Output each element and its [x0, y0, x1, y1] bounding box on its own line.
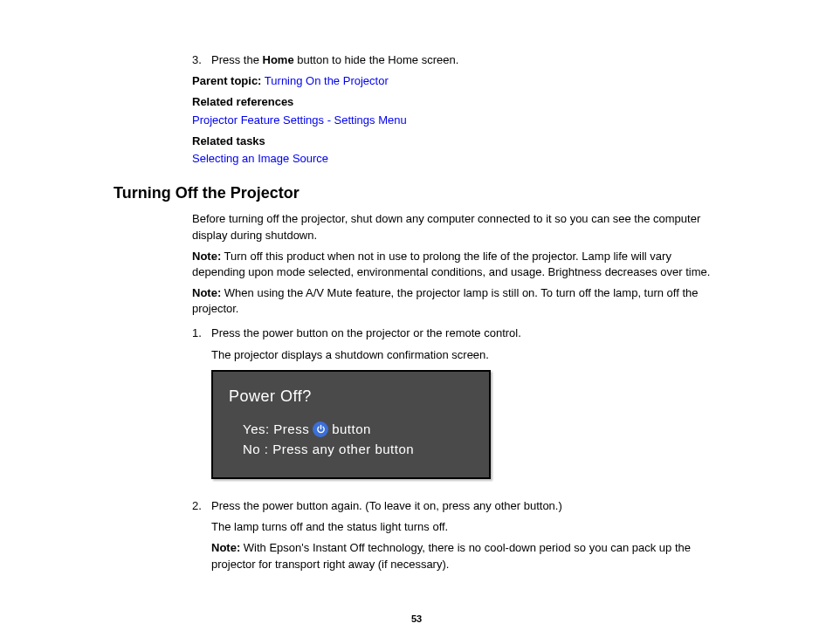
related-tasks-label: Related tasks — [192, 134, 265, 147]
step-3-bold: Home — [263, 53, 294, 66]
step-1: 1. Press the power button on the project… — [192, 325, 719, 495]
step-2-text: Press the power button again. (To leave … — [211, 498, 719, 514]
parent-topic-label: Parent topic: — [192, 74, 261, 87]
note-1-label: Note: — [192, 250, 221, 263]
note-3: Note: With Epson's Instant Off technolog… — [211, 540, 719, 572]
power-icon — [313, 421, 328, 437]
related-tasks-link[interactable]: Selecting an Image Source — [192, 152, 328, 165]
dialog-yes-post: button — [332, 420, 371, 438]
step-3-text-pre: Press the — [211, 53, 263, 66]
section-heading: Turning Off the Projector — [114, 182, 719, 204]
step-1-text: Press the power button on the projector … — [211, 325, 719, 341]
step-3-body: Press the Home button to hide the Home s… — [211, 52, 719, 68]
parent-topic-link[interactable]: Turning On the Projector — [265, 74, 389, 87]
note-1: Note: Turn off this product when not in … — [192, 249, 719, 280]
note-2-label: Note: — [192, 286, 221, 299]
page-number: 53 — [114, 613, 719, 626]
dialog-yes-line: Yes: Press button — [243, 420, 473, 438]
step-3-text-post: button to hide the Home screen. — [294, 53, 459, 66]
step-3-number: 3. — [192, 52, 211, 68]
parent-topic: Parent topic: Turning On the Projector — [192, 73, 719, 89]
step-2: 2. Press the power button again. (To lea… — [192, 498, 719, 578]
step-1-number: 1. — [192, 325, 211, 495]
note-2-text: When using the A/V Mute feature, the pro… — [192, 286, 699, 315]
note-1-text: Turn off this product when not in use to… — [192, 250, 710, 278]
intro-paragraph: Before turning off the projector, shut d… — [192, 211, 719, 243]
dialog-yes-pre: Yes: Press — [243, 420, 309, 438]
related-references-link[interactable]: Projector Feature Settings - Settings Me… — [192, 113, 407, 127]
related-references-label: Related references — [192, 95, 293, 108]
note-3-text: With Epson's Instant Off technology, the… — [211, 541, 691, 570]
step-2-sub: The lamp turns off and the status light … — [211, 519, 719, 535]
shutdown-dialog: Power Off? Yes: Press button No : Press … — [211, 370, 491, 479]
dialog-title: Power Off? — [229, 386, 473, 408]
step-1-sub: The projector displays a shutdown confir… — [211, 347, 719, 363]
dialog-no-line: No : Press any other button — [243, 440, 473, 458]
note-3-label: Note: — [211, 541, 240, 554]
step-3: 3. Press the Home button to hide the Hom… — [192, 52, 719, 68]
step-2-number: 2. — [192, 498, 211, 578]
note-2: Note: When using the A/V Mute feature, t… — [192, 285, 719, 317]
